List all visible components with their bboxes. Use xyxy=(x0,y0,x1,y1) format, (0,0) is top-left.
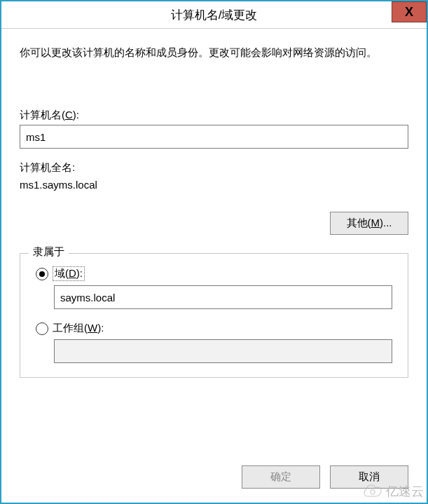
description-text: 你可以更改该计算机的名称和成员身份。更改可能会影响对网络资源的访问。 xyxy=(20,44,408,61)
dialog-content: 你可以更改该计算机的名称和成员身份。更改可能会影响对网络资源的访问。 计算机名(… xyxy=(1,29,427,503)
cancel-button[interactable]: 取消 xyxy=(330,465,408,489)
full-computer-name-label: 计算机全名: xyxy=(20,161,408,175)
dialog-window: 计算机名/域更改 X 你可以更改该计算机的名称和成员身份。更改可能会影响对网络资… xyxy=(0,0,428,504)
more-button[interactable]: 其他(M)... xyxy=(330,212,408,235)
dialog-footer: 确定 取消 xyxy=(20,451,408,489)
close-button[interactable]: X xyxy=(392,1,427,22)
workgroup-radio[interactable] xyxy=(36,322,48,335)
title-bar: 计算机名/域更改 X xyxy=(1,1,427,29)
computer-name-label: 计算机名(C): xyxy=(20,109,408,122)
ok-button: 确定 xyxy=(242,465,320,489)
full-computer-name-value: ms1.sayms.local xyxy=(20,179,408,191)
domain-input[interactable] xyxy=(54,285,392,309)
dialog-title: 计算机名/域更改 xyxy=(1,7,427,23)
domain-radio-label[interactable]: 域(D): xyxy=(53,266,85,281)
workgroup-radio-label[interactable]: 工作组(W): xyxy=(53,322,104,335)
domain-radio[interactable] xyxy=(36,268,48,280)
computer-name-input[interactable] xyxy=(20,125,408,149)
member-of-legend: 隶属于 xyxy=(29,245,69,259)
workgroup-input xyxy=(54,339,392,363)
close-icon: X xyxy=(405,5,413,20)
member-of-group: 隶属于 域(D): 工作组(W): xyxy=(20,253,408,378)
